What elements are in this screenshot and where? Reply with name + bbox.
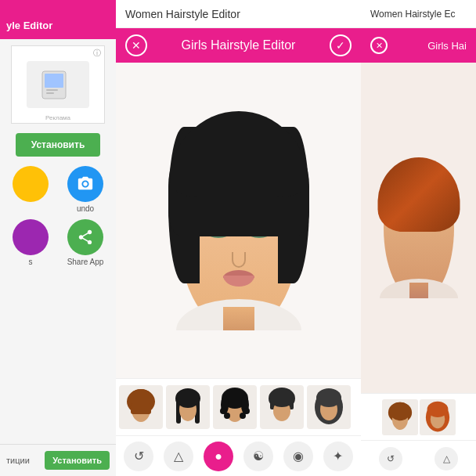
bottom-install-button[interactable]: Установить (45, 451, 110, 470)
icon-item-share[interactable]: Share App (61, 219, 110, 266)
ad-box: ⓘ Реклама (11, 45, 105, 124)
right-sub-header: ✕ Girls Hai (361, 28, 476, 63)
icon-item-partial (6, 166, 55, 213)
svg-point-12 (176, 389, 200, 408)
right-close-button[interactable]: ✕ (370, 37, 388, 54)
svg-point-25 (269, 388, 294, 407)
left-header: yle Editor (0, 0, 116, 39)
svg-rect-2 (46, 89, 58, 91)
svg-point-31 (389, 402, 410, 420)
share-icon[interactable] (67, 219, 103, 255)
svg-rect-7 (131, 403, 151, 414)
middle-app-title: Women Hairstyle Editor (125, 8, 240, 20)
hair-bangs (176, 158, 301, 197)
bottom-bar: тиции Установить (0, 444, 116, 476)
hair-thumb-2[interactable] (166, 385, 210, 429)
right-sub-title: Girls Hai (427, 40, 467, 52)
middle-panel: Women Hairstyle Editor ✕ Girls Hairstyle… (116, 0, 361, 476)
partial-icon-2 (13, 219, 49, 255)
right-resize-button[interactable]: △ (435, 447, 458, 471)
album-icon[interactable] (67, 166, 103, 202)
middle-hairstyle-bar (116, 378, 361, 435)
ad-image (27, 61, 89, 108)
middle-close-button[interactable]: ✕ (125, 34, 147, 56)
sparkle-button[interactable]: ✦ (323, 442, 353, 471)
middle-face-container (160, 111, 317, 330)
icon-item-album[interactable]: undo (61, 166, 110, 213)
svg-point-21 (240, 413, 246, 419)
nose (232, 252, 246, 268)
right-hair-thumb-1[interactable] (382, 399, 418, 435)
middle-app-header: Women Hairstyle Editor (116, 0, 361, 28)
right-toolbar: ↺ △ (361, 440, 476, 476)
svg-point-19 (224, 413, 230, 419)
install-button-top[interactable]: Установить (16, 133, 101, 157)
right-app-title: Women Hairstyle Ec (370, 9, 455, 20)
undo-button[interactable]: ↺ (124, 442, 153, 471)
hair-thumb-3[interactable] (213, 385, 257, 429)
middle-toolbar: ↺ △ ● ☯ ◉ ✦ (116, 435, 361, 476)
glasses-button[interactable]: ◉ (283, 442, 313, 471)
resize-button[interactable]: △ (164, 442, 193, 471)
color-button[interactable]: ● (204, 442, 233, 471)
middle-sub-title: Girls Hairstyle Editor (182, 38, 296, 52)
ad-label: Реклама (12, 114, 104, 121)
ad-close-icon[interactable]: ⓘ (93, 48, 101, 59)
svg-rect-3 (46, 92, 54, 94)
right-hair-top (377, 157, 460, 232)
svg-point-34 (427, 401, 448, 416)
right-neck (409, 283, 428, 298)
middle-sub-header: ✕ Girls Hairstyle Editor ✓ (116, 28, 361, 63)
middle-check-button[interactable]: ✓ (330, 34, 352, 56)
bottom-text: тиции (6, 456, 30, 465)
neck (223, 307, 254, 330)
svg-rect-1 (45, 74, 63, 88)
right-hair-thumb-2[interactable] (420, 399, 456, 435)
right-app-header: Women Hairstyle Ec (361, 0, 476, 28)
middle-face-area (116, 63, 361, 378)
icon-item-partial2: s (6, 219, 55, 266)
right-face-area (361, 63, 476, 393)
share-label: Share App (67, 258, 104, 266)
left-panel: yle Editor ⓘ Реклама Установить (0, 0, 116, 476)
right-hairstyle-bar (361, 393, 476, 440)
hair-thumb-1[interactable] (119, 385, 163, 429)
right-undo-button[interactable]: ↺ (379, 447, 402, 471)
hair-thumb-5[interactable] (307, 385, 351, 429)
icon-grid: undo s Share App (0, 160, 116, 272)
left-header-title: yle Editor (6, 20, 52, 31)
right-face-container (376, 157, 462, 298)
partial-icon (13, 166, 49, 202)
flip-button[interactable]: ☯ (243, 442, 273, 471)
lips (223, 276, 254, 287)
right-panel: Women Hairstyle Ec ✕ Girls Hai (361, 0, 476, 476)
hair-thumb-4[interactable] (260, 385, 304, 429)
album-label: undo (77, 204, 94, 213)
partial-label: s (29, 258, 33, 266)
svg-point-28 (316, 388, 341, 407)
